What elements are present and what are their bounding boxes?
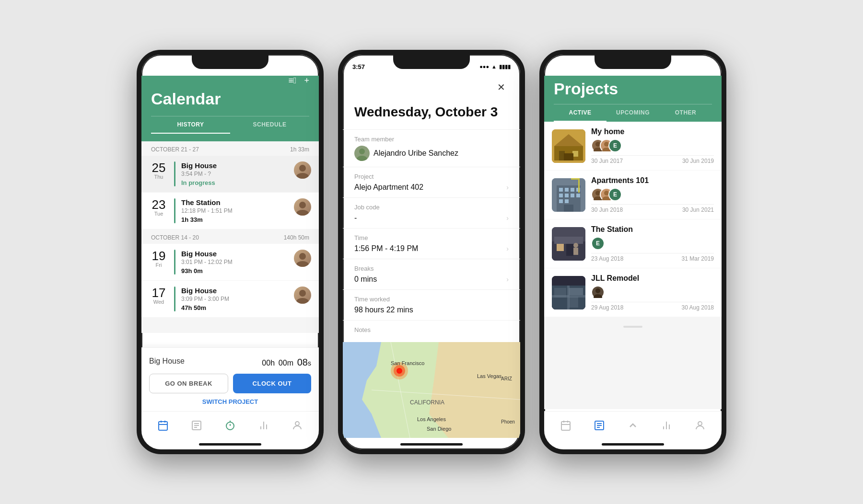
detail-notes-section: Notes [343, 320, 520, 342]
svg-rect-87 [561, 422, 570, 430]
nav-chart[interactable] [253, 417, 274, 437]
project-avatars-jll [591, 286, 714, 299]
nav3-up[interactable] [622, 417, 643, 437]
tab-schedule[interactable]: SCHEDULE [230, 116, 309, 134]
scroll-indicator [623, 326, 642, 328]
clock-out-button[interactable]: CLOCK OUT [233, 374, 311, 393]
svg-point-23 [359, 149, 365, 154]
svg-rect-80 [569, 288, 583, 295]
svg-point-6 [299, 290, 306, 297]
project-avatars-apt101: E [591, 188, 714, 201]
entry-row-oct25[interactable]: 25 Thu Big House 3:54 PM - ? In progress [141, 156, 319, 192]
project-info-apt101: Apartments 101 E 30 Jun 2018 30 Jun 2021 [591, 176, 714, 213]
phone2-notch [393, 55, 470, 69]
tab-active[interactable]: ACTIVE [554, 104, 606, 122]
project-name-apt101: Apartments 101 [591, 176, 714, 185]
time-worked-label: Time worked [354, 296, 509, 303]
phone3-header: Projects ACTIVE UPCOMING OTHER [544, 76, 722, 122]
phone2-status-icons: ●●● ▲ ▮▮▮▮ [479, 64, 511, 70]
entry-row-oct17[interactable]: 17 Wed Big House 3:09 PM - 3:00 PM 47h 5… [141, 281, 319, 317]
add-icon[interactable]: + [304, 76, 309, 86]
nav-calendar[interactable] [152, 417, 174, 437]
phone3-status-icons: ↑ ●●● ▲ ▮▮▮▮ [676, 64, 712, 70]
p3-location-icon: ↑ [676, 64, 679, 69]
phone2-time: 3:57 [352, 63, 365, 70]
go-on-break-button[interactable]: GO ON BREAK [149, 374, 228, 393]
person-nav-icon [292, 420, 303, 434]
project-item-apt101[interactable]: Apartments 101 E 30 Jun 2018 30 Jun 2021 [544, 171, 722, 219]
svg-point-75 [573, 243, 578, 248]
svg-point-98 [698, 422, 702, 425]
project-end-jll: 30 Aug 2018 [682, 304, 714, 311]
project-thumb-station [552, 227, 585, 261]
day-num-23: 23 [149, 198, 168, 211]
tab-upcoming[interactable]: UPCOMING [606, 104, 659, 122]
project-dates-apt101: 30 Jun 2018 30 Jun 2021 [591, 204, 714, 213]
switch-project-button[interactable]: SWITCH PROJECT [149, 396, 311, 405]
project-end-myhome: 30 Jun 2019 [682, 158, 714, 164]
nav3-person[interactable] [689, 417, 711, 437]
entry-project-25: Big House [181, 161, 288, 170]
entry-project-17: Big House [181, 286, 288, 295]
nav3-calendar[interactable] [555, 417, 576, 437]
avatar-e-station: E [591, 237, 605, 250]
phone1-notch [192, 55, 268, 69]
entry-bar-25 [174, 161, 175, 186]
jobcode-value: - [354, 214, 357, 222]
project-item-station[interactable]: The Station E 23 Aug 2018 31 Mar 2019 [544, 219, 722, 268]
projects-title: Projects [554, 76, 712, 104]
svg-point-3 [296, 210, 309, 216]
entry-row-oct19[interactable]: 19 Fri Big House 3:01 PM - 12:02 PM 93h … [141, 244, 319, 280]
svg-rect-72 [554, 237, 583, 244]
p3-battery-icon: ▮▮▮▮ [700, 64, 712, 70]
p2-signal-icon: ▲ [491, 64, 497, 69]
tab-history[interactable]: HISTORY [151, 116, 230, 134]
detail-time-section[interactable]: Time 1:56 PM - 4:19 PM › [343, 228, 520, 259]
week-total-2: 140h 50m [284, 234, 309, 241]
nav3-chart[interactable] [656, 417, 677, 437]
detail-project-section[interactable]: Project Alejo Apartment 402 › [343, 167, 520, 197]
entry-date-23: 23 Tue [149, 198, 168, 223]
phone1-time: 3:54 [151, 63, 163, 70]
project-avatars-station: E [591, 237, 714, 250]
svg-rect-54 [565, 188, 569, 192]
timer-h-label: h [270, 359, 275, 367]
detail-breaks-section[interactable]: Breaks 0 mins › [343, 259, 520, 289]
station-thumb-svg [552, 227, 585, 261]
nav-person[interactable] [287, 417, 308, 437]
entry-bar-23 [174, 198, 175, 223]
svg-rect-59 [571, 194, 574, 197]
member-avatar [354, 146, 370, 161]
detail-jobcode-section[interactable]: Job code - › [343, 197, 520, 228]
entry-duration-23: 1h 33m [181, 216, 288, 223]
battery-icon: ▮ [306, 64, 309, 70]
entry-row-oct23[interactable]: 23 Tue The Station 12:18 PM - 1:51 PM 1h… [141, 193, 319, 229]
p2-battery-icon: ▮▮▮▮ [499, 64, 511, 70]
svg-text:CALIFORNIA: CALIFORNIA [410, 399, 444, 406]
tab-other[interactable]: OTHER [659, 104, 712, 122]
avatar-1-jll [591, 286, 605, 299]
nav-list[interactable] [186, 417, 207, 437]
team-member-label: Team member [354, 136, 509, 143]
timer-secs: 08 [297, 357, 308, 367]
list-nav-icon [191, 420, 202, 434]
project-value: Alejo Apartment 402 [354, 183, 423, 192]
nav-timer[interactable] [220, 417, 241, 437]
project-item-jll[interactable]: JLL Remodel 29 Aug 2018 30 Aug 2018 [544, 268, 722, 317]
week-header-2: OCTOBER 14 - 20 140h 50m [141, 229, 319, 244]
svg-point-0 [299, 165, 306, 172]
filter-icon[interactable]: ≡⃥ [288, 76, 296, 86]
phone1-calendar: 3:54 ↑ ●●● ▲ ▮ ≡⃥ + Calendar HISTORY SCH… [137, 50, 324, 454]
project-thumb-apt101 [552, 178, 585, 212]
project-info-station: The Station E 23 Aug 2018 31 Mar 2019 [591, 225, 714, 262]
svg-rect-8 [159, 422, 167, 430]
project-item-myhome[interactable]: My home E 30 Jun 2017 30 Jun 2019 [544, 122, 722, 170]
project-name-station: The Station [591, 225, 714, 234]
nav3-list[interactable] [589, 417, 610, 437]
close-button[interactable]: ✕ [493, 80, 509, 95]
clock-bar: Big House 00h 00m 08s GO ON BREAK CLOCK … [141, 347, 319, 411]
jobcode-arrow-icon: › [506, 214, 509, 222]
phone2-detail: 3:57 ●●● ▲ ▮▮▮▮ ✕ Wednesday, October 3 T… [338, 50, 525, 454]
map-container: San Francisco CALIFORNIA Las Vegas Los A… [343, 342, 520, 438]
entry-info-23: The Station 12:18 PM - 1:51 PM 1h 33m [181, 198, 288, 223]
